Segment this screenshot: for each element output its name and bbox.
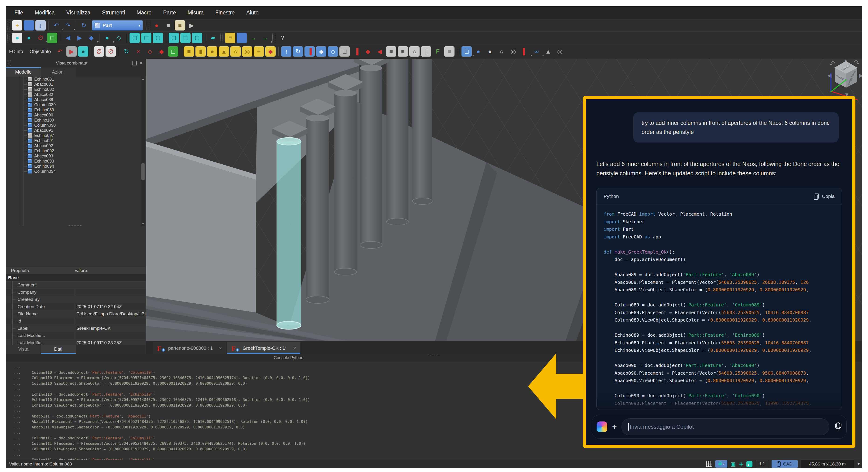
tree-item-column089[interactable]: Column089 bbox=[6, 102, 146, 107]
open-folder-icon[interactable] bbox=[24, 20, 34, 31]
whats-this-icon[interactable]: ? bbox=[277, 33, 287, 43]
pipe-icon[interactable]: ▌▾ bbox=[520, 46, 530, 57]
macro-edit-icon[interactable]: ≡ bbox=[175, 20, 185, 31]
link-replace-icon[interactable]: →▾ bbox=[260, 33, 270, 43]
attach-button[interactable]: + bbox=[612, 422, 617, 431]
dock-grip[interactable] bbox=[8, 60, 11, 66]
menu-macro[interactable]: Macro bbox=[131, 6, 157, 19]
toolbar-grip[interactable] bbox=[220, 34, 223, 42]
property-row[interactable]: Creation Date2025-01-07T10:22:04Z bbox=[6, 303, 146, 310]
tree-item-echino094[interactable]: Echino094 bbox=[6, 164, 146, 169]
property-group-base[interactable]: Base bbox=[6, 274, 146, 282]
property-row[interactable]: Company bbox=[6, 289, 146, 296]
redo-icon[interactable]: ↷▾ bbox=[63, 20, 73, 31]
spiral-icon[interactable]: ◎ bbox=[555, 46, 565, 57]
teal-panel-icon[interactable] bbox=[746, 461, 752, 467]
chevron-down-icon[interactable]: ▼ bbox=[857, 462, 860, 466]
toolbar-grip[interactable] bbox=[7, 34, 10, 42]
macro-record-icon[interactable]: ● bbox=[151, 20, 162, 31]
section-cut-icon[interactable]: ◆ bbox=[363, 46, 373, 57]
fcinfo-button[interactable]: FCInfo bbox=[6, 49, 26, 54]
refresh-red-icon[interactable]: ↶ bbox=[55, 46, 65, 57]
tree-item-abaco089[interactable]: Abaco089 bbox=[6, 97, 146, 102]
workbench-selector[interactable]: Part ▾ bbox=[92, 20, 143, 31]
box-zoom-icon[interactable]: □ bbox=[168, 46, 178, 57]
chess-pawn-icon[interactable]: ▲ bbox=[543, 46, 553, 57]
tab-vista[interactable]: Vista bbox=[6, 345, 41, 354]
toolbar-grip[interactable] bbox=[457, 47, 459, 56]
tree-item-echino081[interactable]: Echino081 bbox=[6, 76, 146, 82]
tree-item-column094[interactable]: Column094 bbox=[6, 169, 146, 174]
clipboard-icon[interactable]: ≡ bbox=[225, 33, 235, 43]
toolbar-grip[interactable] bbox=[147, 21, 149, 30]
draw-style-icon[interactable]: ∅▾ bbox=[35, 33, 46, 43]
menu-modifica[interactable]: Modifica bbox=[29, 6, 61, 19]
objectinfo-button[interactable]: ObjectInfo bbox=[26, 49, 54, 54]
select-highlight-icon[interactable]: ∅ bbox=[94, 46, 104, 57]
grid-toggle-icon[interactable] bbox=[706, 461, 712, 467]
boolean-union-icon[interactable]: ● bbox=[473, 46, 484, 57]
menu-parte[interactable]: Parte bbox=[157, 6, 182, 19]
export-cube-icon[interactable]: ▶ bbox=[66, 46, 76, 57]
view-top-icon[interactable]: □ bbox=[141, 33, 151, 43]
zoom-info-icon[interactable]: ● bbox=[78, 46, 88, 57]
fit-all-icon[interactable]: ● bbox=[12, 33, 22, 43]
tab-dati[interactable]: Dati bbox=[41, 345, 76, 354]
close-icon[interactable]: × bbox=[140, 61, 143, 65]
code-content[interactable]: from FreeCAD import Vector, Placement, R… bbox=[597, 204, 842, 410]
offset-3d-icon[interactable]: ≡ bbox=[398, 46, 408, 57]
dock-header[interactable]: Vista combinata × bbox=[6, 59, 146, 67]
tree-item-column090[interactable]: Column090 bbox=[6, 123, 146, 128]
make-face-icon[interactable]: □ bbox=[339, 46, 350, 57]
tree-item-abaco082[interactable]: Abaco082 bbox=[6, 92, 146, 97]
close-tab-icon[interactable]: × bbox=[219, 346, 222, 350]
add-icon[interactable]: + bbox=[739, 460, 743, 468]
part-box-icon[interactable]: ■ bbox=[184, 46, 194, 57]
message-input[interactable]: Invia messaggio a Copilot bbox=[622, 418, 829, 435]
menu-finestre[interactable]: Finestre bbox=[210, 6, 240, 19]
section-red-icon[interactable]: ◀ bbox=[374, 46, 384, 57]
scrollbar-thumb[interactable] bbox=[142, 163, 145, 180]
menu-visualizza[interactable]: Visualizza bbox=[61, 6, 96, 19]
part-cylinder-icon[interactable]: ▮ bbox=[195, 46, 206, 57]
part-torus-icon[interactable]: ○ bbox=[230, 46, 241, 57]
tree-item-abaco081[interactable]: Abaco081 bbox=[6, 82, 146, 87]
grey-box-icon[interactable]: ■ bbox=[444, 46, 455, 57]
projection-icon[interactable]: ▯ bbox=[421, 46, 431, 57]
close-tab-icon[interactable]: × bbox=[293, 346, 296, 350]
view-front-icon[interactable]: □ bbox=[129, 33, 140, 43]
part-sphere-icon[interactable]: ● bbox=[207, 46, 217, 57]
tree-item-abaco093[interactable]: Abaco093 bbox=[6, 153, 146, 159]
property-row[interactable]: Created By bbox=[6, 296, 146, 303]
box-selection-icon[interactable]: □ bbox=[47, 33, 57, 43]
axonometric-view-icon[interactable]: ◇ bbox=[114, 33, 124, 43]
tree-item-abaco091[interactable]: Abaco091 bbox=[6, 128, 146, 133]
menu-aiuto[interactable]: Aiuto bbox=[240, 6, 264, 19]
scroll-up-icon[interactable]: ▲ bbox=[141, 77, 145, 81]
nav-style-button[interactable]: CAD bbox=[772, 460, 798, 468]
scroll-down-icon[interactable]: ▼ bbox=[141, 222, 145, 225]
tree-item-abaco090[interactable]: Abaco090 bbox=[6, 113, 146, 118]
tree-item-echino089[interactable]: Echino089 bbox=[6, 107, 146, 113]
boolean-cut-icon[interactable]: ● bbox=[485, 46, 495, 57]
tree-scrollbar[interactable]: ▲ ▼ bbox=[141, 76, 145, 226]
mirror-icon[interactable]: ▐ bbox=[305, 46, 315, 57]
group-icon[interactable] bbox=[237, 33, 247, 43]
view-rear-icon[interactable]: □ bbox=[169, 33, 179, 43]
zoom-tools-icon[interactable]: ●▾ bbox=[102, 33, 112, 43]
select-dim-icon[interactable]: ∅ bbox=[105, 46, 116, 57]
extrude-icon[interactable]: ↑ bbox=[281, 46, 291, 57]
menu-file[interactable]: File bbox=[9, 6, 29, 19]
tree-item-echino092[interactable]: Echino092 bbox=[6, 148, 146, 153]
part-cone-icon[interactable]: ▲ bbox=[219, 46, 229, 57]
tree-item-echino109[interactable]: Echino109 bbox=[6, 118, 146, 123]
tree-item-echino093[interactable]: Echino093 bbox=[6, 159, 146, 164]
new-document-icon[interactable]: + bbox=[12, 20, 22, 31]
selection-remove-icon[interactable]: × bbox=[133, 46, 143, 57]
microphone-icon[interactable] bbox=[834, 422, 842, 432]
cross-section-icon[interactable]: ▐ bbox=[351, 46, 361, 57]
zoom-selection-icon[interactable]: ● bbox=[24, 33, 34, 43]
nav-arrow-right-icon[interactable]: ▶ bbox=[859, 72, 862, 79]
document-tab[interactable]: FGreekTemple-OK : 1*× bbox=[227, 342, 300, 354]
toolbar-grip[interactable] bbox=[272, 34, 275, 42]
